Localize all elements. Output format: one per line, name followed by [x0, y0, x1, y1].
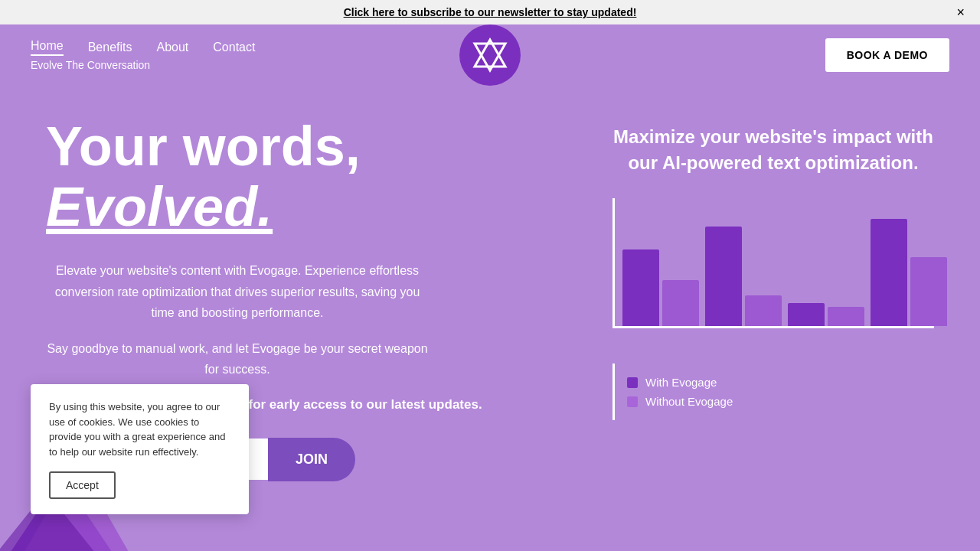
hero-title-evolved: Evolved.: [46, 176, 273, 237]
nav-home[interactable]: Home: [31, 39, 64, 56]
bar-group-3: [788, 303, 864, 326]
hero-title-part1: Your words,: [46, 116, 361, 177]
logo: [459, 24, 521, 86]
right-column: Maximize your website's impact with our …: [612, 116, 934, 551]
nav-links-row: Home Benefits About Contact: [31, 39, 255, 56]
nav-contact[interactable]: Contact: [213, 41, 255, 54]
chart-legend: With Evogage Without Evogage: [612, 364, 934, 420]
accept-cookies-button[interactable]: Accept: [49, 471, 116, 499]
right-tagline: Maximize your website's impact with our …: [612, 124, 934, 175]
hero-secondary-text: Say goodbye to manual work, and let Evog…: [46, 338, 429, 380]
bar-secondary-3: [828, 307, 864, 326]
legend-label-without: Without Evogage: [645, 395, 733, 408]
nav-about[interactable]: About: [157, 41, 189, 54]
nav-tagline: Evolve The Conversation: [31, 59, 255, 71]
close-banner-button[interactable]: ×: [956, 5, 965, 21]
legend-item-with: With Evogage: [627, 376, 922, 389]
bar-primary-2: [705, 227, 742, 326]
top-banner: Click here to subscribe to our newslette…: [0, 0, 980, 24]
join-button[interactable]: JOIN: [268, 438, 355, 481]
cookie-text: By using this website, you agree to our …: [49, 399, 230, 459]
nav-benefits[interactable]: Benefits: [88, 41, 132, 54]
navigation: Home Benefits About Contact Evolve The C…: [0, 24, 980, 86]
bar-primary-1: [622, 249, 659, 326]
bar-group-1: [622, 249, 699, 326]
main-content: Your words, Evolved. Elevate your websit…: [0, 86, 980, 551]
bar-secondary-1: [662, 280, 699, 326]
newsletter-link[interactable]: Click here to subscribe to our newslette…: [344, 6, 637, 18]
hero-subtitle: Elevate your website's content with Evog…: [46, 260, 429, 323]
chart-bars-area: [612, 198, 934, 328]
book-demo-button[interactable]: BOOK A DEMO: [825, 38, 949, 72]
bar-secondary-4: [910, 257, 947, 326]
legend-dot-secondary: [627, 396, 638, 407]
legend-label-with: With Evogage: [645, 376, 717, 389]
nav-links-container: Home Benefits About Contact Evolve The C…: [31, 39, 255, 71]
hero-title: Your words, Evolved.: [46, 116, 582, 237]
legend-item-without: Without Evogage: [627, 395, 922, 408]
bar-group-2: [705, 227, 782, 326]
bar-group-4: [871, 219, 947, 326]
cookie-banner: By using this website, you agree to our …: [31, 384, 249, 514]
bar-primary-4: [871, 219, 907, 326]
bar-secondary-2: [745, 295, 782, 326]
legend-dot-primary: [627, 377, 638, 388]
bar-primary-3: [788, 303, 825, 326]
bar-chart: [612, 191, 934, 336]
